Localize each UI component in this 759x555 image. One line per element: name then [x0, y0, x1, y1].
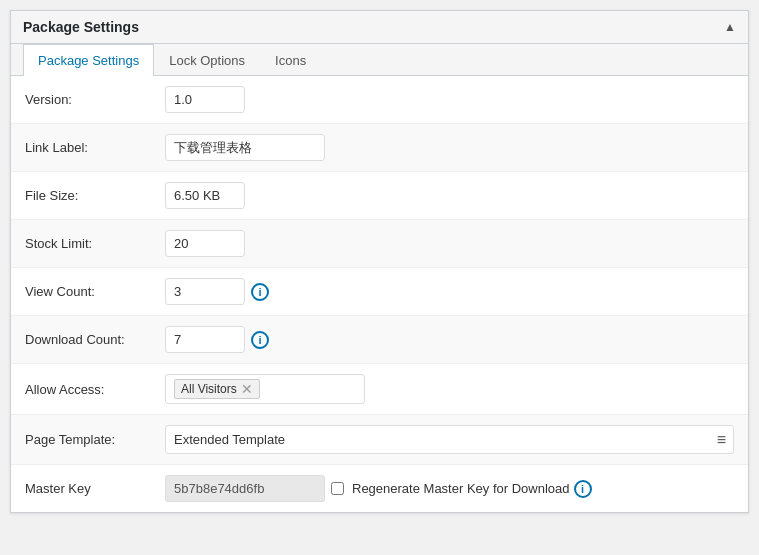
download-count-label: Download Count: [25, 332, 165, 347]
page-template-select-wrapper: Extended Template Default Template Full … [165, 425, 734, 454]
form-body: Version: Link Label: File Size: Stock Li… [11, 76, 748, 512]
file-size-row: File Size: [11, 172, 748, 220]
regen-label: Regenerate Master Key for Download i [331, 480, 592, 498]
tab-icons[interactable]: Icons [260, 44, 321, 76]
link-label-row: Link Label: [11, 124, 748, 172]
tag-remove-icon[interactable]: ✕ [241, 382, 253, 396]
tab-package-settings[interactable]: Package Settings [23, 44, 154, 76]
download-count-input[interactable] [165, 326, 245, 353]
version-control [165, 86, 734, 113]
file-size-input[interactable] [165, 182, 245, 209]
stock-limit-label: Stock Limit: [25, 236, 165, 251]
allow-access-control: All Visitors ✕ [165, 374, 734, 404]
file-size-control [165, 182, 734, 209]
view-count-info-icon[interactable]: i [251, 283, 269, 301]
allow-access-row: Allow Access: All Visitors ✕ [11, 364, 748, 415]
file-size-label: File Size: [25, 188, 165, 203]
link-label-input[interactable] [165, 134, 325, 161]
master-key-row: Master Key Regenerate Master Key for Dow… [11, 465, 748, 512]
page-template-label: Page Template: [25, 432, 165, 447]
view-count-control: i [165, 278, 734, 305]
version-input[interactable] [165, 86, 245, 113]
view-count-input[interactable] [165, 278, 245, 305]
allow-access-tag-container[interactable]: All Visitors ✕ [165, 374, 365, 404]
download-count-info-icon[interactable]: i [251, 331, 269, 349]
download-count-row: Download Count: i [11, 316, 748, 364]
master-key-info-icon[interactable]: i [574, 480, 592, 498]
page-template-select[interactable]: Extended Template Default Template Full … [165, 425, 734, 454]
master-key-label: Master Key [25, 481, 165, 496]
collapse-icon[interactable]: ▲ [724, 20, 736, 34]
download-count-control: i [165, 326, 734, 353]
link-label-label: Link Label: [25, 140, 165, 155]
version-label: Version: [25, 92, 165, 107]
tab-lock-options[interactable]: Lock Options [154, 44, 260, 76]
package-settings-panel: Package Settings ▲ Package Settings Lock… [10, 10, 749, 513]
page-template-control: Extended Template Default Template Full … [165, 425, 734, 454]
stock-limit-input[interactable] [165, 230, 245, 257]
view-count-label: View Count: [25, 284, 165, 299]
master-key-input [165, 475, 325, 502]
panel-title: Package Settings [23, 19, 139, 35]
panel-header: Package Settings ▲ [11, 11, 748, 44]
tabs-container: Package Settings Lock Options Icons [11, 44, 748, 76]
stock-limit-control [165, 230, 734, 257]
page-template-row: Page Template: Extended Template Default… [11, 415, 748, 465]
regen-text: Regenerate Master Key for Download [352, 481, 570, 496]
link-label-control [165, 134, 734, 161]
regen-checkbox[interactable] [331, 482, 344, 495]
allow-access-tag: All Visitors ✕ [174, 379, 260, 399]
view-count-row: View Count: i [11, 268, 748, 316]
tag-value: All Visitors [181, 382, 237, 396]
version-row: Version: [11, 76, 748, 124]
stock-limit-row: Stock Limit: [11, 220, 748, 268]
allow-access-label: Allow Access: [25, 382, 165, 397]
master-key-control: Regenerate Master Key for Download i [165, 475, 734, 502]
